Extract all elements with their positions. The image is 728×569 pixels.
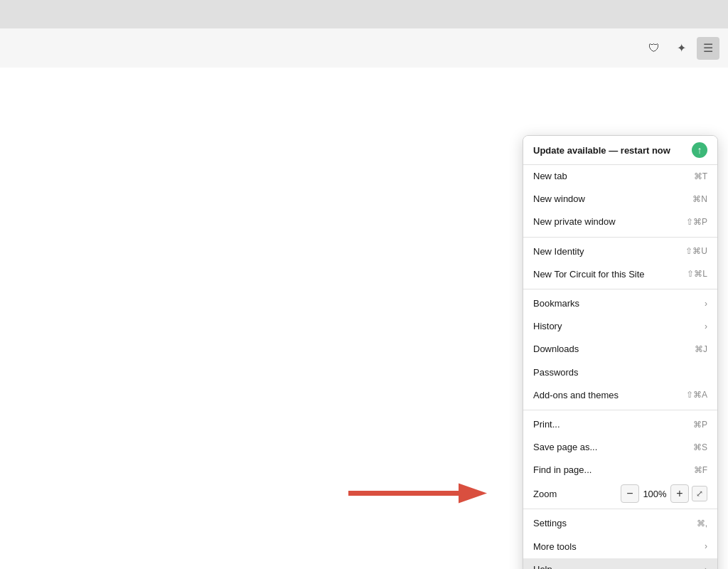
menu-item-new-window[interactable]: New window ⌘N bbox=[523, 188, 717, 211]
zoom-control: Zoom − 100% + ⤢ bbox=[523, 482, 717, 506]
shortcut: ⇧⌘L bbox=[687, 268, 707, 280]
shortcut: ⌘J bbox=[695, 344, 707, 356]
zoom-value: 100% bbox=[642, 489, 668, 499]
svg-marker-1 bbox=[459, 484, 487, 504]
chevron-icon: › bbox=[705, 541, 707, 553]
tab-bar bbox=[0, 0, 728, 28]
shortcut: ⇧⌘U bbox=[685, 245, 707, 257]
menu-item-save-page[interactable]: Save page as... ⌘S bbox=[523, 436, 717, 459]
update-banner[interactable]: Update available — restart now ↑ bbox=[523, 136, 717, 165]
browser-chrome: 🛡 ✦ ☰ bbox=[0, 0, 728, 68]
menu-item-new-tab[interactable]: New tab ⌘T bbox=[523, 165, 717, 188]
update-text: Update available — restart now bbox=[533, 145, 670, 156]
menu-item-new-private-window[interactable]: New private window ⇧⌘P bbox=[523, 211, 717, 233]
shortcut: ⇧⌘P bbox=[686, 216, 707, 228]
menu-item-settings[interactable]: Settings ⌘, bbox=[523, 512, 717, 535]
shortcut: ⌘T bbox=[694, 171, 707, 183]
menu-item-label: History bbox=[533, 320, 562, 333]
menu-item-label: Bookmarks bbox=[533, 297, 579, 310]
shortcut: ⌘, bbox=[697, 518, 707, 530]
nav-bar: 🛡 ✦ ☰ bbox=[0, 28, 728, 68]
menu-item-label: New Tor Circuit for this Site bbox=[533, 268, 645, 281]
menu-item-label: Downloads bbox=[533, 343, 579, 356]
menu-item-label: New window bbox=[533, 193, 585, 206]
shortcut: ⌘N bbox=[692, 193, 707, 206]
menu-item-help[interactable]: Help › bbox=[523, 558, 717, 569]
update-icon: ↑ bbox=[692, 142, 707, 158]
menu-item-find-in-page[interactable]: Find in page... ⌘F bbox=[523, 459, 717, 482]
menu-item-passwords[interactable]: Passwords bbox=[523, 361, 717, 384]
separator-1 bbox=[523, 237, 717, 238]
menu-item-label: New Identity bbox=[533, 245, 584, 258]
zoom-plus-button[interactable]: + bbox=[670, 484, 689, 503]
zoom-buttons: − 100% + ⤢ bbox=[621, 484, 707, 503]
help-arrow bbox=[348, 479, 491, 510]
zoom-fullscreen-button[interactable]: ⤢ bbox=[692, 486, 707, 501]
menu-item-label: Passwords bbox=[533, 366, 579, 379]
menu-item-new-tor-circuit[interactable]: New Tor Circuit for this Site ⇧⌘L bbox=[523, 263, 717, 286]
menu-item-label: Save page as... bbox=[533, 441, 597, 454]
menu-item-downloads[interactable]: Downloads ⌘J bbox=[523, 338, 717, 361]
menu-item-print[interactable]: Print... ⌘P bbox=[523, 413, 717, 436]
zoom-minus-button[interactable]: − bbox=[621, 484, 639, 503]
separator-4 bbox=[523, 509, 717, 509]
shield-icon[interactable]: 🛡 bbox=[643, 37, 665, 60]
spark-icon[interactable]: ✦ bbox=[670, 37, 692, 60]
menu-item-addons[interactable]: Add-ons and themes ⇧⌘A bbox=[523, 384, 717, 407]
chevron-icon: › bbox=[705, 298, 707, 310]
menu-item-more-tools[interactable]: More tools › bbox=[523, 536, 717, 558]
chevron-icon: › bbox=[705, 321, 707, 333]
dropdown-menu: Update available — restart now ↑ New tab… bbox=[523, 135, 718, 569]
menu-item-label: New tab bbox=[533, 170, 567, 183]
menu-item-label: Help bbox=[533, 563, 552, 569]
separator-2 bbox=[523, 289, 717, 289]
menu-item-label: New private window bbox=[533, 216, 616, 228]
menu-item-label: Settings bbox=[533, 517, 567, 530]
menu-item-label: Add-ons and themes bbox=[533, 389, 619, 402]
menu-item-new-identity[interactable]: New Identity ⇧⌘U bbox=[523, 240, 717, 263]
zoom-label: Zoom bbox=[533, 489, 557, 499]
shortcut: ⌘S bbox=[693, 442, 707, 454]
menu-icon[interactable]: ☰ bbox=[697, 37, 719, 60]
menu-item-bookmarks[interactable]: Bookmarks › bbox=[523, 292, 717, 315]
chevron-icon: › bbox=[705, 564, 707, 570]
separator-3 bbox=[523, 410, 717, 410]
main-content: Update available — restart now ↑ New tab… bbox=[0, 68, 728, 569]
menu-item-label: Print... bbox=[533, 418, 560, 431]
menu-item-label: More tools bbox=[533, 541, 577, 553]
menu-item-history[interactable]: History › bbox=[523, 315, 717, 338]
shortcut: ⇧⌘A bbox=[686, 389, 707, 401]
shortcut: ⌘P bbox=[693, 419, 707, 431]
menu-item-label: Find in page... bbox=[533, 464, 592, 477]
shortcut: ⌘F bbox=[694, 464, 707, 477]
